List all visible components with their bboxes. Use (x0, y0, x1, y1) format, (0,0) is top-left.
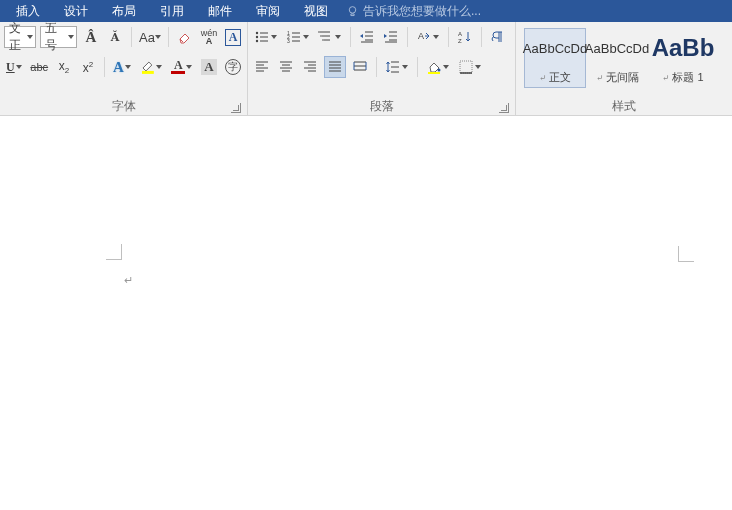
dialog-launcher-icon[interactable] (499, 103, 509, 113)
numbering-icon: 123 (286, 29, 302, 45)
ribbon: 文正 五号 Â Ǎ Aa wénA A U abc x2 x2 A A (0, 22, 732, 116)
shrink-font-button[interactable]: Ǎ (105, 26, 125, 48)
text-direction-button[interactable]: A (414, 26, 442, 48)
group-paragraph: 123 A AZ (248, 22, 516, 115)
text-effects-button[interactable]: A (111, 56, 134, 78)
sort-icon: AZ (457, 29, 473, 45)
dropdown-icon (270, 35, 278, 39)
superscript-button[interactable]: x2 (78, 56, 98, 78)
shading-button[interactable] (424, 56, 452, 78)
style-normal[interactable]: AaBbCcDd 正文 (524, 28, 586, 88)
svg-rect-16 (460, 61, 472, 73)
distribute-button[interactable] (350, 56, 370, 78)
change-case-button[interactable]: Aa (138, 26, 162, 48)
bullets-button[interactable] (252, 26, 280, 48)
outdent-icon (359, 29, 375, 45)
paint-bucket-icon (426, 59, 442, 75)
sort-button[interactable]: AZ (455, 26, 475, 48)
enclose-char-button[interactable]: 字 (223, 56, 243, 78)
style-no-spacing[interactable]: AaBbCcDd 无间隔 (586, 28, 648, 88)
style-gallery: AaBbCcDd 正文 AaBbCcDd 无间隔 AaBb 标题 1 (520, 25, 728, 97)
svg-point-9 (320, 35, 322, 37)
tell-me[interactable]: 告诉我您想要做什么... (346, 3, 481, 20)
dialog-launcher-icon[interactable] (231, 103, 241, 113)
grow-font-button[interactable]: Â (81, 26, 101, 48)
svg-point-8 (318, 31, 320, 33)
align-right-icon (302, 59, 318, 75)
group-styles: AaBbCcDd 正文 AaBbCcDd 无间隔 AaBb 标题 1 样式 (516, 22, 732, 115)
group-label-paragraph: 段落 (252, 97, 511, 115)
border-icon (458, 59, 474, 75)
underline-button[interactable]: U (4, 56, 24, 78)
svg-point-10 (322, 39, 324, 41)
multilevel-icon (318, 29, 334, 45)
svg-rect-15 (428, 72, 440, 74)
menu-review[interactable]: 审阅 (244, 0, 292, 22)
indent-icon (383, 29, 399, 45)
dropdown-icon (124, 65, 132, 69)
svg-text:Z: Z (458, 38, 462, 44)
group-label-styles: 样式 (520, 97, 728, 115)
clear-format-button[interactable] (175, 26, 195, 48)
dropdown-icon (442, 65, 450, 69)
font-name-combo[interactable]: 文正 (4, 26, 36, 48)
menu-bar: 插入 设计 布局 引用 邮件 审阅 视图 告诉我您想要做什么... (0, 0, 732, 22)
dropdown-icon (68, 35, 74, 39)
align-justify-icon (327, 59, 343, 75)
char-border-button[interactable]: A (223, 26, 243, 48)
highlighter-icon (140, 59, 156, 75)
menu-layout[interactable]: 布局 (100, 0, 148, 22)
margin-corner-tl (106, 244, 122, 260)
style-heading1[interactable]: AaBb 标题 1 (648, 28, 718, 88)
menu-references[interactable]: 引用 (148, 0, 196, 22)
svg-text:3: 3 (287, 38, 290, 44)
menu-design[interactable]: 设计 (52, 0, 100, 22)
group-label-font: 字体 (4, 97, 243, 115)
dropdown-icon (155, 35, 161, 39)
dropdown-icon (334, 35, 342, 39)
dropdown-icon (155, 65, 163, 69)
font-size-combo[interactable]: 五号 (40, 26, 77, 48)
group-font: 文正 五号 Â Ǎ Aa wénA A U abc x2 x2 A A (0, 22, 248, 115)
page[interactable]: ↵ (0, 116, 732, 510)
align-center-button[interactable] (276, 56, 296, 78)
svg-text:A: A (458, 31, 462, 37)
font-color-button[interactable]: A (169, 56, 195, 78)
phonetic-button[interactable]: wénA (199, 26, 219, 48)
dropdown-icon (432, 35, 440, 39)
menu-mailings[interactable]: 邮件 (196, 0, 244, 22)
char-shading-button[interactable]: A (199, 56, 219, 78)
decrease-indent-button[interactable] (357, 26, 377, 48)
svg-text:A: A (418, 31, 424, 41)
distribute-icon (352, 59, 368, 75)
strikethrough-button[interactable]: abc (28, 56, 50, 78)
eraser-icon (177, 29, 193, 45)
margin-corner-tr (678, 246, 694, 262)
multilevel-button[interactable] (316, 26, 344, 48)
menu-view[interactable]: 视图 (292, 0, 340, 22)
dropdown-icon (27, 35, 33, 39)
numbering-button[interactable]: 123 (284, 26, 312, 48)
subscript-button[interactable]: x2 (54, 56, 74, 78)
tell-me-text: 告诉我您想要做什么... (363, 3, 481, 20)
align-justify-button[interactable] (324, 56, 346, 78)
document-area[interactable]: ↵ (0, 116, 732, 510)
svg-point-2 (256, 32, 258, 34)
text-direction-icon: A (416, 29, 432, 45)
borders-button[interactable] (456, 56, 484, 78)
show-marks-button[interactable] (488, 26, 508, 48)
align-left-button[interactable] (252, 56, 272, 78)
svg-point-0 (349, 6, 356, 13)
highlight-button[interactable] (138, 56, 166, 78)
dropdown-icon (401, 65, 409, 69)
svg-point-14 (438, 69, 441, 72)
menu-insert[interactable]: 插入 (4, 0, 52, 22)
align-right-button[interactable] (300, 56, 320, 78)
svg-point-4 (256, 40, 258, 42)
line-spacing-icon (385, 59, 401, 75)
increase-indent-button[interactable] (381, 26, 401, 48)
line-spacing-button[interactable] (383, 56, 411, 78)
dropdown-icon (185, 65, 193, 69)
svg-point-3 (256, 36, 258, 38)
lightbulb-icon (346, 5, 359, 18)
